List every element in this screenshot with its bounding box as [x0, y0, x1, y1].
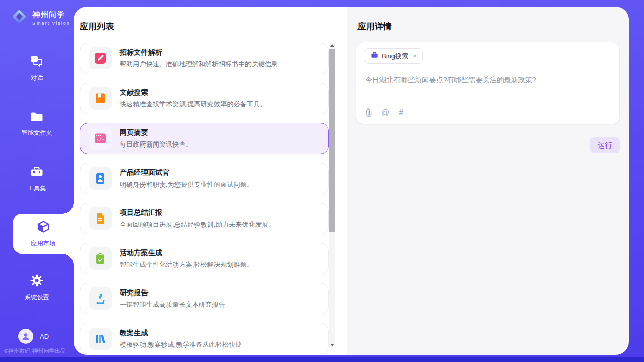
interview-icon	[89, 167, 112, 190]
app-card-bid-analysis[interactable]: 招标文件解析 帮助用户快速、准确地理解和解析招标书中的关键信息	[80, 43, 329, 74]
app-card-project-summary[interactable]: 项目总结汇报 全面回顾项目进展,总结经验教训,助力未来优化发展。	[80, 203, 329, 234]
hash-icon[interactable]: #	[399, 108, 403, 117]
app-card-research-report[interactable]: 研究报告 一键智能生成高质量长文本研究报告	[80, 283, 329, 314]
pen-square-icon	[89, 47, 112, 69]
tool-tag-label: Bing搜索	[382, 52, 408, 61]
sidebar-item-label: 智能文件夹	[22, 129, 52, 137]
sidebar-item-chat[interactable]: 对话	[0, 55, 74, 82]
app-card-name: 活动方案生成	[120, 248, 254, 258]
app-card-description: 每日政府新闻资讯快查。	[120, 140, 192, 149]
folder-icon	[30, 111, 44, 125]
app-card-description: 全面回顾项目进展,总结经验教训,助力未来优化发展。	[120, 220, 275, 229]
list-scrollbar[interactable]	[329, 43, 335, 348]
app-card-name: 招标文件解析	[120, 48, 278, 57]
brand-subtitle: Smart Vision	[32, 21, 70, 26]
sidebar-item-toolset[interactable]: 工具集	[0, 165, 74, 193]
triangle-down-icon	[330, 344, 334, 346]
web-code-icon: </>	[89, 127, 112, 150]
app-detail-title: 应用详情	[357, 21, 392, 32]
sidebar-item-label: 工具集	[28, 184, 46, 193]
sidebar-item-label: 系统设置	[25, 293, 49, 302]
scroll-down-button[interactable]	[329, 342, 335, 348]
app-card-description: 一键智能生成高质量长文本研究报告	[120, 300, 225, 309]
app-card-name: 网页摘要	[120, 128, 192, 137]
close-icon[interactable]: ×	[413, 53, 417, 59]
copyright-text: ©神州数码·神州问学出品	[4, 347, 66, 355]
sidebar-item-label: 应用市场	[31, 239, 55, 248]
sidebar-item-app-market[interactable]: 应用市场	[13, 214, 74, 254]
app-card-lesson-plan[interactable]: 教案生成 模板驱动,教案秒成,教学准备从此轻松快捷	[80, 323, 329, 354]
sidebar-item-label: 对话	[31, 74, 43, 82]
user-account[interactable]: AD	[18, 329, 49, 344]
app-card-pm-interviewer[interactable]: 产品经理面试官 明确身份和职责,为您提供专业性的面试问题。	[80, 163, 329, 194]
app-card-description: 智能生成个性化活动方案,轻松解决规划难题。	[120, 260, 254, 269]
book-icon	[89, 87, 112, 110]
app-list: 招标文件解析 帮助用户快速、准确地理解和解析招标书中的关键信息 文献搜索 快速精…	[80, 43, 329, 355]
app-detail-panel: 应用详情 Bing搜索 × 今日湖北有哪些新闻要点?有哪些需要关注的最新政策?	[347, 7, 629, 355]
toolbox-icon	[30, 165, 44, 180]
app-card-event-plan[interactable]: 活动方案生成 智能生成个性化活动方案,轻松解决规划难题。	[80, 243, 329, 274]
scroll-up-button[interactable]	[329, 43, 335, 48]
gear-icon	[30, 274, 44, 289]
app-card-name: 文献搜索	[120, 88, 267, 97]
clipboard-check-icon	[89, 247, 112, 270]
microscope-icon	[89, 287, 112, 310]
paperclip-icon[interactable]	[365, 108, 372, 117]
books-icon	[89, 328, 112, 350]
app-card-name: 产品经理面试官	[120, 168, 254, 177]
brand-name: 神州问学	[32, 10, 70, 20]
main-window: 应用列表 招标文件解析 帮助用户快速、准确地理解和解析招标书中的关键信息	[74, 7, 629, 355]
question-input[interactable]: 今日湖北有哪些新闻要点?有哪些需要关注的最新政策?	[365, 75, 611, 85]
app-card-description: 模板驱动,教案秒成,教学准备从此轻松快捷	[120, 340, 242, 349]
triangle-up-icon	[330, 44, 334, 47]
app-list-title: 应用列表	[80, 21, 114, 32]
sidebar-item-smart-folder[interactable]: 智能文件夹	[0, 111, 74, 137]
app-card-name: 教案生成	[120, 329, 242, 338]
bottom-strip	[0, 357, 644, 362]
app-card-description: 明确身份和职责,为您提供专业性的面试问题。	[120, 180, 254, 189]
input-toolbar: @ #	[365, 108, 403, 117]
tool-tag-bing-search[interactable]: Bing搜索 ×	[365, 48, 423, 64]
app-card-description: 帮助用户快速、准确地理解和解析招标书中的关键信息	[120, 60, 278, 69]
app-card-description: 快速精准查找学术资源,提高研究效率的必备工具。	[120, 100, 267, 109]
app-list-panel: 应用列表 招标文件解析 帮助用户快速、准确地理解和解析招标书中的关键信息	[74, 7, 347, 355]
app-card-literature-search[interactable]: 文献搜索 快速精准查找学术资源,提高研究效率的必备工具。	[80, 83, 329, 114]
user-name: AD	[40, 333, 49, 340]
app-card-web-summary[interactable]: </> 网页摘要 每日政府新闻资讯快查。	[80, 123, 329, 154]
avatar	[18, 329, 33, 344]
run-button[interactable]: 运行	[590, 137, 620, 153]
sidebar-item-settings[interactable]: 系统设置	[0, 274, 74, 302]
mention-icon[interactable]: @	[381, 108, 389, 117]
chat-icon	[30, 55, 44, 70]
diamond-logo-icon	[10, 8, 28, 28]
sidebar: 神州问学 Smart Vision 对话 智能文件夹	[0, 0, 74, 362]
brand-logo: 神州问学 Smart Vision	[10, 8, 70, 28]
scrollbar-thumb[interactable]	[329, 49, 335, 232]
note-icon	[89, 207, 112, 230]
app-detail-card: Bing搜索 × 今日湖北有哪些新闻要点?有哪些需要关注的最新政策? @ #	[356, 42, 620, 124]
briefcase-icon	[371, 51, 378, 61]
cube-icon	[36, 220, 50, 236]
app-card-name: 项目总结汇报	[120, 208, 275, 218]
svg-text:</>: </>	[97, 137, 104, 142]
app-card-name: 研究报告	[120, 288, 225, 298]
